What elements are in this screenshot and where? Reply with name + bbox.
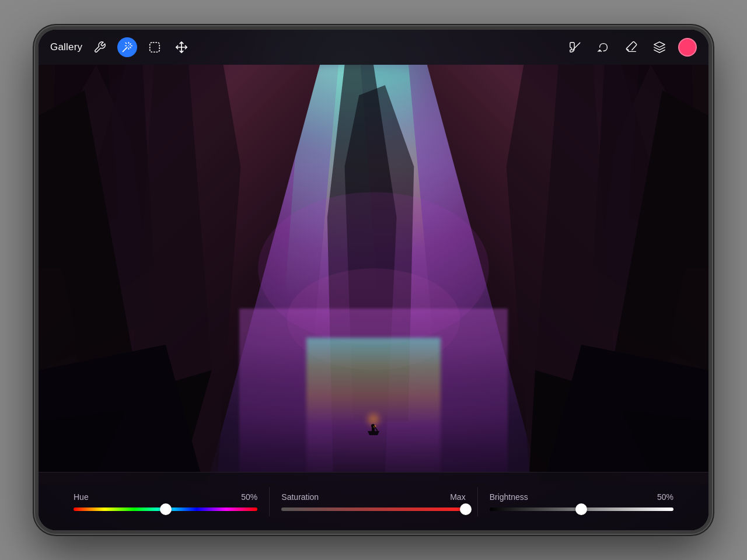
svg-rect-26	[372, 427, 375, 432]
saturation-value: Max	[450, 492, 465, 502]
hue-value: 50%	[241, 492, 257, 502]
canvas-area	[39, 30, 708, 530]
brightness-slider-header: Brightness 50%	[490, 492, 673, 502]
transform-button[interactable]	[172, 38, 191, 57]
sliders-panel: Hue 50% Saturation Max	[39, 472, 708, 530]
device-screen: Gallery	[39, 30, 708, 530]
saturation-slider-group: Saturation Max	[270, 492, 477, 511]
device-frame: Gallery	[35, 26, 712, 534]
hue-slider-group: Hue 50%	[62, 492, 269, 511]
hue-slider-header: Hue 50%	[74, 492, 257, 502]
brush-button[interactable]	[566, 38, 585, 57]
boat	[365, 422, 382, 437]
selection-button[interactable]	[145, 38, 164, 57]
brightness-slider-group: Brightness 50%	[478, 492, 685, 511]
brightness-label: Brightness	[490, 492, 528, 502]
toolbar-right	[566, 38, 697, 57]
color-picker-swatch[interactable]	[678, 38, 697, 57]
hue-slider-thumb[interactable]	[160, 503, 172, 515]
settings-button[interactable]	[90, 38, 109, 57]
toolbar-left: Gallery	[50, 37, 191, 57]
saturation-slider-track[interactable]	[281, 508, 465, 511]
hue-slider-track[interactable]	[74, 508, 257, 511]
brightness-value: 50%	[657, 492, 673, 502]
hue-label: Hue	[74, 492, 89, 502]
smudge-button[interactable]	[594, 38, 613, 57]
saturation-slider-header: Saturation Max	[281, 492, 465, 502]
brightness-slider-track[interactable]	[490, 508, 673, 511]
artwork-background	[39, 30, 708, 530]
brightness-slider-thumb[interactable]	[575, 503, 587, 515]
gallery-button[interactable]: Gallery	[50, 41, 82, 53]
eraser-button[interactable]	[622, 38, 641, 57]
adjustments-button[interactable]	[117, 37, 137, 57]
saturation-label: Saturation	[281, 492, 319, 502]
toolbar: Gallery	[39, 30, 708, 65]
saturation-slider-thumb[interactable]	[460, 503, 472, 515]
layers-button[interactable]	[650, 38, 669, 57]
